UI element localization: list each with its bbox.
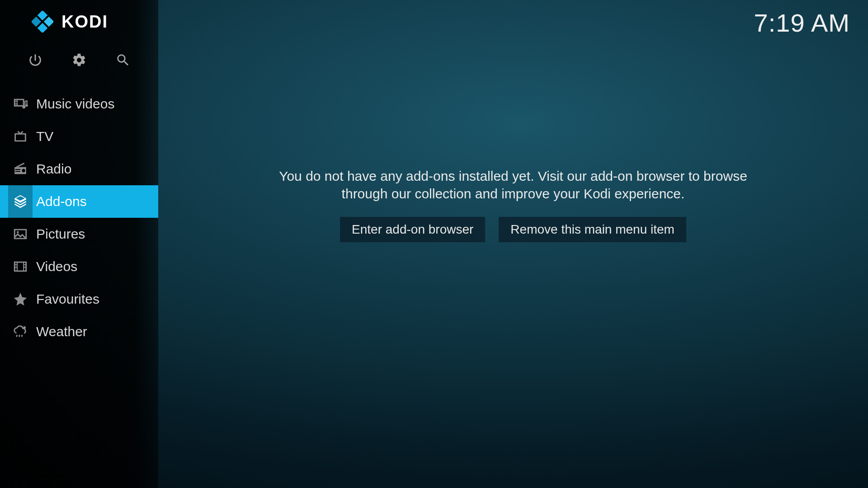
sidebar-item-label: TV xyxy=(36,129,53,144)
sidebar-item-label: Radio xyxy=(36,161,71,177)
star-icon xyxy=(8,283,33,315)
utility-row xyxy=(0,42,158,88)
sidebar-item-music-videos[interactable]: Music videos xyxy=(0,88,158,120)
action-button-row: Enter add-on browser Remove this main me… xyxy=(340,217,686,242)
power-button[interactable] xyxy=(19,50,51,72)
power-icon xyxy=(28,52,43,70)
main-menu: Music videos TV Radio Add-ons Pictures xyxy=(0,88,158,348)
svg-point-6 xyxy=(22,169,25,172)
svg-point-5 xyxy=(26,104,28,107)
kodi-logo-icon xyxy=(32,11,53,33)
videos-icon xyxy=(8,250,33,283)
svg-rect-3 xyxy=(38,23,48,33)
sidebar-item-label: Favourites xyxy=(36,291,99,307)
search-icon xyxy=(115,52,131,70)
svg-rect-0 xyxy=(38,11,48,20)
sidebar-item-pictures[interactable]: Pictures xyxy=(0,218,158,250)
music-video-icon xyxy=(8,88,33,120)
sidebar-item-radio[interactable]: Radio xyxy=(0,153,158,185)
sidebar: KODI Music videos xyxy=(0,0,158,488)
tv-icon xyxy=(8,120,33,153)
sidebar-item-videos[interactable]: Videos xyxy=(0,250,158,283)
svg-point-8 xyxy=(23,326,26,329)
sidebar-item-label: Music videos xyxy=(36,96,114,112)
sidebar-item-weather[interactable]: Weather xyxy=(0,315,158,348)
empty-state-message: You do not have any add-ons installed ye… xyxy=(264,167,762,202)
pictures-icon xyxy=(8,218,33,250)
sidebar-item-label: Add-ons xyxy=(36,194,87,209)
gear-icon xyxy=(71,52,87,70)
sidebar-item-tv[interactable]: TV xyxy=(0,120,158,153)
search-button[interactable] xyxy=(107,50,139,72)
addons-icon xyxy=(8,185,33,218)
svg-point-7 xyxy=(17,231,19,233)
svg-rect-2 xyxy=(32,17,41,27)
brand-name: KODI xyxy=(61,12,108,32)
enter-addon-browser-button[interactable]: Enter add-on browser xyxy=(340,217,485,242)
settings-button[interactable] xyxy=(63,50,95,72)
sidebar-item-label: Videos xyxy=(36,259,77,274)
sidebar-item-addons[interactable]: Add-ons xyxy=(0,185,158,218)
svg-rect-1 xyxy=(44,17,53,27)
sidebar-item-label: Pictures xyxy=(36,226,85,242)
brand-logo[interactable]: KODI xyxy=(0,0,158,42)
content-area: You do not have any add-ons installed ye… xyxy=(158,0,868,488)
remove-menu-item-button[interactable]: Remove this main menu item xyxy=(499,217,686,242)
sidebar-item-label: Weather xyxy=(36,324,87,339)
weather-icon xyxy=(8,315,33,348)
sidebar-item-favourites[interactable]: Favourites xyxy=(0,283,158,315)
radio-icon xyxy=(8,153,33,185)
